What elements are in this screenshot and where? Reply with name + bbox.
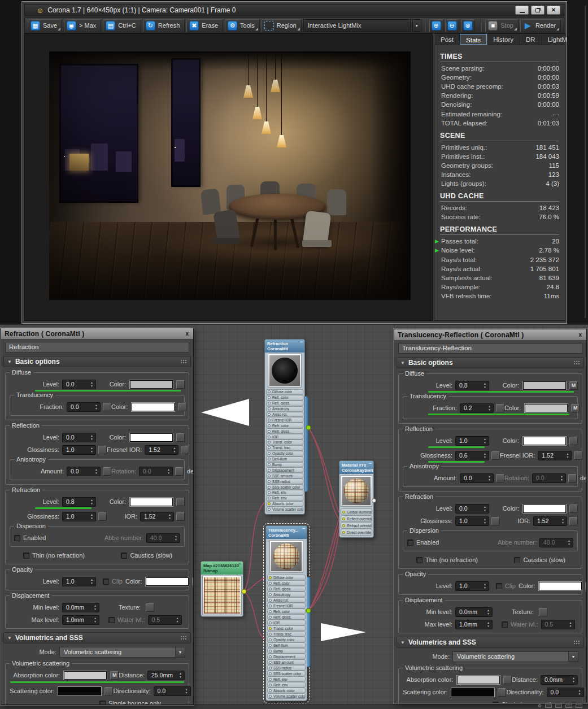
rotation-map-button[interactable] (568, 474, 577, 482)
thin-checkbox[interactable] (23, 553, 29, 559)
socket-icon[interactable] (268, 441, 271, 443)
socket-icon[interactable] (269, 582, 272, 585)
node-slot[interactable]: SSS radius (267, 665, 306, 671)
clip-checkbox[interactable] (103, 578, 109, 585)
ior-map-button[interactable] (569, 517, 578, 525)
node-slot[interactable]: IOR (267, 620, 306, 625)
spinner-arrows-icon[interactable] (89, 578, 95, 585)
diffuse-level-spinner[interactable]: 0.8 (455, 381, 489, 390)
node-slot[interactable]: Transl. frac. (266, 445, 303, 451)
node-slot[interactable]: Absorb. color (266, 501, 303, 507)
chevron-down-icon[interactable]: ▼ (175, 647, 185, 657)
node-bitmap-map[interactable]: Map #2138626130 Bitmap − (201, 561, 243, 617)
spinner-arrows-icon[interactable] (482, 582, 488, 589)
spinner-arrows-icon[interactable] (171, 446, 177, 453)
node-slot[interactable]: Anisotropy (266, 406, 303, 412)
dispersion-enabled-checkbox[interactable] (14, 535, 20, 541)
scattering-map-button[interactable] (498, 688, 506, 697)
rollout-volumetrics[interactable]: ▼ Volumetrics and SSS (397, 637, 584, 648)
socket-icon[interactable] (268, 452, 271, 455)
socket-icon[interactable] (268, 430, 271, 433)
socket-icon[interactable] (269, 667, 272, 669)
node-slot[interactable]: SSS amount (266, 473, 303, 479)
translucency-fraction-spinner[interactable]: 0.0 (67, 402, 101, 412)
reflection-level-spinner[interactable]: 0.0 (62, 433, 96, 442)
node-slot[interactable]: Transl. color (266, 440, 303, 445)
single-bounce-checkbox[interactable] (99, 701, 106, 706)
socket-icon[interactable] (342, 531, 345, 534)
absorption-color-swatch[interactable] (64, 671, 107, 680)
spinner-arrows-icon[interactable] (485, 608, 491, 615)
refresh-button[interactable]: ↻Refresh (143, 19, 185, 32)
zoom-reset-button[interactable]: ⊗ (461, 19, 475, 32)
diffuse-color-swatch[interactable] (130, 380, 173, 389)
scattering-color-swatch[interactable] (58, 687, 101, 695)
spinner-arrows-icon[interactable] (92, 616, 98, 623)
translucency-map-button[interactable] (178, 403, 186, 411)
footer-button[interactable] (545, 704, 552, 708)
node-rayswitch-material70[interactable]: Material #70 CoronaRaySwit... − Global i… (339, 460, 374, 538)
opacity-map-button[interactable] (585, 582, 587, 590)
socket-icon[interactable] (269, 655, 272, 658)
node-header[interactable]: Translucency... CoronaMtl − (266, 526, 307, 539)
node-slot[interactable]: Refl. env (266, 490, 303, 495)
glossiness-map-button[interactable] (491, 451, 500, 460)
disp-min-spinner[interactable]: 0.0mm (455, 607, 493, 617)
reflection-level-spinner[interactable]: 1.0 (455, 436, 489, 446)
ior-spinner[interactable]: 1.52 (140, 512, 174, 521)
socket-icon[interactable] (269, 689, 272, 692)
tab-post[interactable]: Post (434, 34, 460, 45)
spinner-arrows-icon[interactable] (92, 604, 98, 611)
aniso-map-button[interactable] (496, 474, 504, 482)
node-slot[interactable]: Displacement (267, 654, 306, 659)
render-button[interactable]: ▶Render (520, 19, 561, 32)
spinner-arrows-icon[interactable] (93, 403, 99, 410)
thin-checkbox[interactable] (416, 557, 423, 563)
tab-history[interactable]: History (487, 34, 520, 45)
erase-button[interactable]: ✖Erase (186, 19, 223, 32)
mode-dropdown[interactable]: Volumetric scattering▼ (59, 647, 185, 658)
water-spinner[interactable]: 0.5 (148, 615, 182, 625)
node-header[interactable]: Refraction CoronaMtl − (265, 340, 304, 353)
spinner-arrows-icon[interactable] (89, 381, 95, 388)
fresnel-ior-spinner[interactable]: 1.52 (538, 451, 572, 460)
tools-button[interactable]: ⚙Tools (225, 19, 260, 32)
disp-texture-button[interactable] (146, 603, 154, 612)
node-slot[interactable]: Absorb. color (267, 688, 306, 693)
aniso-amount-spinner[interactable]: 0.0 (460, 473, 494, 483)
disp-max-spinner[interactable]: 1.0mm (62, 615, 99, 625)
panel-titlebar[interactable]: Refraction ( CoronaMtl ) x (1, 328, 193, 339)
node-slot[interactable]: Refl. gloss. (266, 401, 303, 406)
node-slot[interactable]: Refr. color (267, 608, 306, 614)
glossiness-spinner[interactable]: 0.6 (455, 451, 489, 460)
absorption-map-button[interactable] (503, 676, 512, 684)
opacity-level-spinner[interactable]: 1.0 (62, 577, 96, 586)
node-slot[interactable]: Self-illum (267, 642, 306, 648)
scattering-map-button[interactable] (104, 687, 113, 695)
reflection-color-swatch[interactable] (130, 433, 173, 442)
disp-max-spinner[interactable]: 1.0mm (455, 620, 493, 629)
minimize-button[interactable] (515, 6, 529, 15)
diffuse-color-swatch[interactable] (523, 381, 566, 390)
socket-icon[interactable] (269, 644, 272, 647)
spinner-arrows-icon[interactable] (485, 621, 491, 628)
refr-glossiness-spinner[interactable]: 1.0 (455, 516, 489, 526)
node-translucency-coronamtl[interactable]: Translucency... CoronaMtl − Diffuse colo… (265, 525, 307, 701)
disp-texture-button[interactable] (539, 608, 547, 616)
socket-icon[interactable] (268, 419, 271, 421)
tab-stats[interactable]: Stats (460, 34, 487, 45)
socket-icon[interactable] (269, 604, 272, 607)
panel-titlebar[interactable]: Translucency-Reflection ( CoronaMtl ) x (394, 329, 586, 340)
node-slot[interactable]: IOR (266, 434, 303, 440)
lightmix-dropdown[interactable]: Interactive LightMix (303, 19, 411, 32)
fresnel-ior-map-button[interactable] (181, 446, 189, 454)
node-slot[interactable]: SSS radius (266, 479, 303, 484)
node-slot[interactable]: SSS scatter color (266, 484, 303, 490)
region-button[interactable]: Region (262, 19, 302, 32)
socket-icon[interactable] (269, 638, 272, 641)
socket-icon[interactable] (268, 508, 271, 511)
socket-icon[interactable] (342, 517, 345, 520)
collapse-icon[interactable]: − (300, 340, 303, 345)
spinner-arrows-icon[interactable] (89, 434, 95, 441)
spinner-arrows-icon[interactable] (89, 498, 95, 505)
